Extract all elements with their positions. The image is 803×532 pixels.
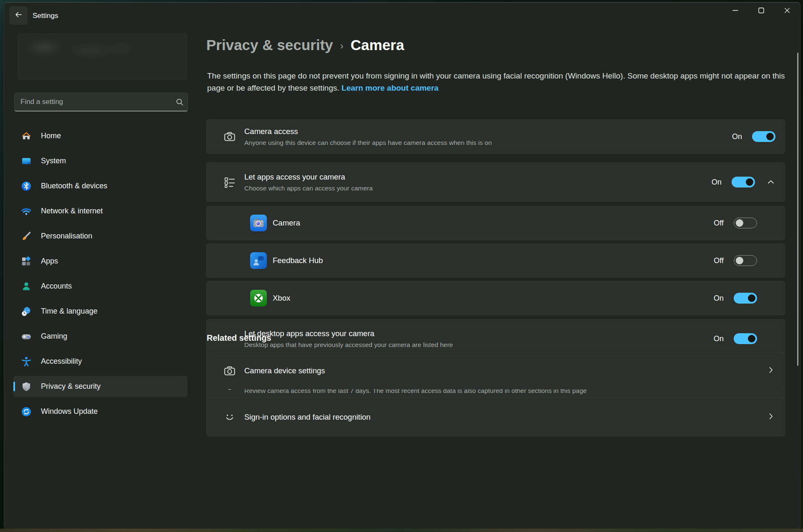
- time-language-icon: [21, 306, 32, 317]
- app-name: Feedback Hub: [273, 256, 323, 265]
- sidebar-item-home[interactable]: Home: [13, 125, 187, 147]
- toggle-knob: [748, 335, 755, 342]
- bluetooth-icon: [21, 181, 32, 192]
- minimize-button[interactable]: [722, 3, 748, 20]
- breadcrumb-parent[interactable]: Privacy & security: [206, 37, 333, 53]
- accounts-icon: [21, 281, 32, 292]
- feedback-hub-toggle[interactable]: [734, 255, 757, 266]
- gaming-icon: [21, 331, 32, 342]
- sidebar-item-bluetooth[interactable]: Bluetooth & devices: [13, 175, 187, 197]
- xbox-toggle[interactable]: [734, 293, 757, 304]
- account-card-blurred[interactable]: [17, 33, 187, 80]
- camera-access-toggle[interactable]: [752, 131, 775, 142]
- sidebar-item-label: Home: [41, 132, 61, 140]
- breadcrumb: Privacy & security › Camera: [206, 37, 404, 53]
- chevron-right-icon: [766, 412, 775, 423]
- app-row-xbox: Xbox On: [206, 281, 785, 315]
- toggle-knob: [736, 219, 743, 227]
- apps-icon: [21, 256, 32, 267]
- sidebar-item-label: Privacy & security: [41, 382, 101, 391]
- feedback-hub-app-icon: [250, 252, 267, 269]
- toggle-state-label: Off: [714, 219, 724, 228]
- network-icon: [21, 206, 32, 217]
- app-title: Settings: [33, 12, 58, 20]
- app-row-feedback-hub: Feedback Hub Off: [206, 243, 785, 278]
- camera-app-icon: [250, 215, 267, 231]
- camera-outline-icon: [223, 130, 236, 143]
- xbox-app-icon: [250, 290, 267, 307]
- sidebar-item-system[interactable]: System: [13, 150, 187, 172]
- back-arrow-icon: [14, 10, 23, 20]
- sidebar-item-label: Gaming: [41, 332, 67, 341]
- related-settings: Camera device settings Sign-in options a…: [206, 352, 785, 436]
- face-smile-icon: [223, 411, 236, 423]
- breadcrumb-separator-icon: ›: [340, 40, 344, 52]
- app-name: Camera: [273, 218, 300, 228]
- minimize-icon: [732, 7, 739, 15]
- sidebar-item-privacy-security[interactable]: Privacy & security: [13, 376, 187, 397]
- app-row-camera: Camera Off: [206, 206, 785, 240]
- camera-outline-icon: [223, 365, 236, 377]
- chevron-right-icon: [766, 365, 775, 376]
- sidebar-item-label: Network & internet: [41, 207, 103, 215]
- close-icon: [784, 7, 790, 15]
- sidebar-item-label: Accessibility: [41, 357, 82, 366]
- camera-app-toggle[interactable]: [734, 218, 757, 228]
- card-title: Camera access: [244, 127, 492, 136]
- card-subtitle: Desktop apps that have previously access…: [244, 341, 453, 349]
- sidebar-item-network[interactable]: Network & internet: [13, 200, 187, 222]
- back-button[interactable]: [9, 6, 28, 25]
- toggle-state-label: Off: [714, 256, 724, 265]
- sidebar-item-label: Bluetooth & devices: [41, 182, 107, 190]
- toggle-state-label: On: [714, 294, 724, 303]
- sign-in-options-link[interactable]: Sign-in options and facial recognition: [206, 398, 785, 436]
- card-title: Let apps access your camera: [244, 172, 373, 182]
- related-item-label: Camera device settings: [244, 366, 325, 375]
- sidebar-item-label: Personalisation: [41, 232, 92, 241]
- search-icon[interactable]: [172, 98, 187, 106]
- close-button[interactable]: [774, 3, 800, 20]
- let-desktop-apps-toggle[interactable]: [734, 333, 757, 344]
- sidebar-item-gaming[interactable]: Gaming: [13, 326, 187, 347]
- search-input[interactable]: [15, 98, 172, 106]
- toggle-knob: [746, 178, 753, 186]
- learn-more-link[interactable]: Learn more about camera: [342, 84, 438, 92]
- toggle-knob: [766, 133, 774, 140]
- sidebar-item-label: Time & language: [41, 307, 97, 316]
- personalisation-icon: [21, 231, 32, 242]
- toggle-state-label: On: [714, 334, 724, 343]
- vertical-scrollbar[interactable]: [797, 53, 798, 366]
- sidebar-item-accessibility[interactable]: Accessibility: [13, 351, 187, 372]
- sidebar-item-personalisation[interactable]: Personalisation: [13, 225, 187, 247]
- home-icon: [21, 131, 32, 142]
- account-info-blur: [25, 39, 133, 61]
- sidebar-item-label: System: [41, 157, 66, 165]
- sidebar-item-accounts[interactable]: Accounts: [13, 276, 187, 297]
- sidebar-nav: Home System Bluetooth & devices Network …: [13, 125, 187, 426]
- windows-update-icon: [21, 406, 32, 417]
- sidebar: Home System Bluetooth & devices Network …: [4, 26, 203, 529]
- system-icon: [21, 156, 32, 167]
- app-name: Xbox: [273, 294, 290, 303]
- sidebar-item-label: Apps: [41, 257, 58, 266]
- let-apps-expander-header[interactable]: Let apps access your camera Choose which…: [206, 162, 785, 202]
- page-title: Camera: [351, 37, 404, 53]
- maximize-icon: [758, 7, 765, 15]
- accessibility-icon: [21, 356, 32, 367]
- camera-device-settings-link[interactable]: Camera device settings: [206, 352, 785, 389]
- window-controls: [722, 3, 800, 20]
- sidebar-item-time-language[interactable]: Time & language: [13, 301, 187, 322]
- apps-list-icon: [223, 176, 236, 188]
- maximize-button[interactable]: [748, 3, 774, 20]
- related-item-label: Sign-in options and facial recognition: [244, 413, 370, 422]
- sidebar-item-apps[interactable]: Apps: [13, 251, 187, 272]
- sidebar-item-windows-update[interactable]: Windows Update: [13, 401, 187, 422]
- let-apps-toggle[interactable]: [732, 177, 755, 187]
- card-subtitle: Anyone using this device can choose if t…: [244, 139, 492, 147]
- card-title: Let desktop apps access your camera: [244, 329, 453, 338]
- toggle-knob: [748, 294, 755, 302]
- titlebar: Settings: [4, 3, 800, 26]
- related-settings-heading: Related settings: [207, 333, 271, 343]
- chevron-up-icon[interactable]: [766, 177, 775, 187]
- page-description: The settings on this page do not prevent…: [207, 70, 785, 94]
